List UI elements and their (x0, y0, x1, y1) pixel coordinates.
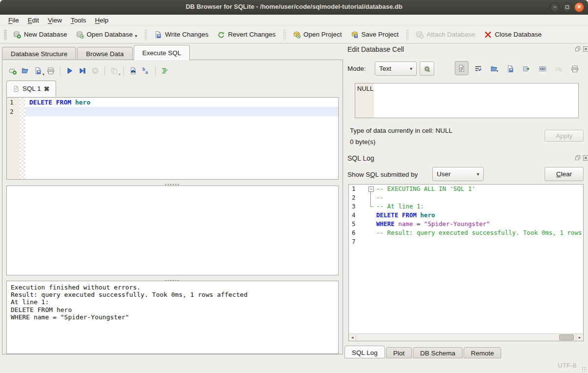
close-database-label: Close Database (495, 31, 542, 38)
log-horizontal-scrollbar[interactable]: ◂ ▸ (349, 333, 583, 341)
execute-current-line-button[interactable] (76, 64, 89, 77)
open-sql-file-button[interactable] (19, 64, 32, 77)
open-external-button[interactable] (523, 64, 530, 74)
export-data-button[interactable] (507, 64, 514, 74)
attach-database-label: Attach Database (426, 31, 475, 38)
tab-database-structure[interactable]: Database Structure (2, 47, 76, 60)
fold-marker[interactable] (367, 185, 375, 193)
new-database-button[interactable]: New Database (9, 28, 72, 41)
svg-text:a: a (145, 70, 148, 75)
maximize-button[interactable] (562, 2, 572, 12)
cell-value-gutter: NULL (355, 83, 374, 118)
new-tab-icon (9, 67, 17, 75)
open-database-button[interactable]: Open Database▾ (72, 28, 142, 41)
scroll-right-icon[interactable]: ▸ (576, 334, 583, 341)
float-panel-icon[interactable] (575, 155, 581, 161)
attach-database-button[interactable]: Attach Database (411, 28, 480, 41)
sql-log-panel-title: SQL Log (347, 154, 374, 162)
close-database-button[interactable]: Close Database (480, 28, 546, 41)
write-changes-icon (154, 31, 162, 39)
open-project-button[interactable]: Open Project (288, 28, 346, 41)
dropdown-caret-icon[interactable]: ▾ (119, 72, 121, 77)
log-filter-select[interactable]: User ▾ (432, 167, 484, 181)
stop-icon (91, 67, 99, 75)
scrollbar-track[interactable] (356, 334, 576, 341)
text-view-icon (458, 64, 466, 72)
menu-view[interactable]: View (43, 16, 66, 25)
code-line-4: 4DELETE FROM hero (349, 211, 583, 220)
results-status-splitter[interactable]: •••••• (6, 276, 339, 279)
dock-tab-plot[interactable]: Plot (386, 347, 412, 358)
close-panel-icon[interactable] (583, 46, 588, 52)
save-sql-file-button[interactable]: ▾ (32, 64, 44, 77)
write-changes-button[interactable]: Write Changes (150, 28, 213, 41)
fold-column (367, 220, 375, 228)
code-line-5: 5WHERE name = "Spider-Youngster" (349, 220, 583, 228)
execute-all-button[interactable] (63, 64, 76, 77)
menu-help[interactable]: Help (91, 16, 113, 25)
revert-changes-button[interactable]: Revert Changes (213, 28, 280, 41)
clear-log-label: Clear (556, 170, 572, 178)
tab-browse-data[interactable]: Browse Data (77, 47, 132, 60)
mode-select[interactable]: Text ▾ (375, 62, 417, 76)
revert-changes-icon (217, 31, 225, 39)
auto-apply-button[interactable] (420, 62, 434, 76)
menu-tools[interactable]: Tools (66, 16, 91, 25)
resize-grip[interactable] (582, 367, 587, 372)
code-line-1: 1DELETE FROM hero (7, 98, 338, 107)
dropdown-caret-icon[interactable]: ▾ (496, 69, 498, 73)
main-tab-bar: Database StructureBrowse DataExecute SQL (2, 45, 191, 60)
link-icon (539, 65, 547, 73)
apply-button[interactable]: Apply (545, 130, 584, 142)
close-button[interactable]: × (574, 2, 584, 12)
close-panel-icon[interactable] (583, 155, 588, 161)
clear-log-button[interactable]: Clear (545, 167, 584, 181)
titlebar: DB Browser for SQLite - /home/user/code/… (0, 0, 588, 15)
find-button[interactable] (127, 64, 140, 77)
set-null-button[interactable] (555, 64, 563, 74)
app-window: DB Browser for SQLite - /home/user/code/… (0, 0, 588, 373)
open-sql-icon (21, 67, 29, 75)
save-project-button[interactable]: Save Project (346, 28, 404, 41)
replace-icon: ba (142, 67, 150, 75)
find-replace-button[interactable]: ba (140, 64, 152, 77)
format-icon (161, 67, 169, 75)
sql-editor[interactable]: 1DELETE FROM hero2WHERE name = "Spider-Y… (6, 97, 339, 180)
cell-type-info: Type of data currently in cell: NULL (350, 127, 452, 134)
dock-tab-bar: SQL LogPlotDB SchemaRemote (345, 346, 502, 358)
import-data-button[interactable]: ▾ (490, 64, 498, 74)
minimize-button[interactable]: − (550, 2, 560, 12)
menu-edit[interactable]: Edit (23, 16, 43, 25)
print-cell-button[interactable] (571, 64, 579, 74)
results-pane[interactable] (6, 186, 339, 275)
fold-marker (367, 193, 375, 202)
scroll-left-icon[interactable]: ◂ (349, 334, 356, 341)
word-wrap-button[interactable] (474, 64, 482, 74)
print-sql-button[interactable] (44, 64, 57, 77)
dropdown-caret-icon[interactable]: ▾ (135, 33, 137, 39)
sql-file-tab[interactable]: SQL 1 ✖ (6, 81, 56, 97)
encoding-indicator: UTF-8 (558, 362, 576, 369)
export-results-button[interactable]: ▾ (108, 64, 121, 77)
copy-link-button[interactable] (539, 64, 547, 74)
cell-editor[interactable]: NULL (355, 83, 579, 118)
sql-log-view[interactable]: ◂ ▸ 1-- EXECUTING ALL IN 'SQL 1'2--3-- A… (348, 184, 584, 341)
tab-execute-sql[interactable]: Execute SQL (134, 45, 190, 60)
new-database-label: New Database (24, 31, 67, 38)
scrollbar-thumb[interactable] (559, 334, 574, 340)
sql-log-panel-buttons (575, 155, 588, 161)
format-sql-button[interactable] (159, 64, 171, 77)
chevron-down-icon: ▾ (410, 66, 412, 71)
fold-marker (367, 202, 375, 211)
float-panel-icon[interactable] (575, 46, 581, 52)
menu-file[interactable]: File (4, 16, 23, 25)
close-sql-tab-icon[interactable]: ✖ (44, 86, 50, 92)
new-sql-tab-button[interactable] (6, 64, 19, 77)
dock-tab-sql-log[interactable]: SQL Log (345, 346, 385, 358)
editor-results-splitter[interactable]: •••••• (6, 180, 339, 183)
code-line-2: 2WHERE name = "Spider-Youngster" (7, 107, 338, 116)
dock-tab-remote[interactable]: Remote (464, 347, 501, 358)
text-view-button[interactable] (455, 61, 468, 75)
stop-execution-button[interactable] (89, 64, 101, 77)
dock-tab-db-schema[interactable]: DB Schema (413, 347, 463, 358)
